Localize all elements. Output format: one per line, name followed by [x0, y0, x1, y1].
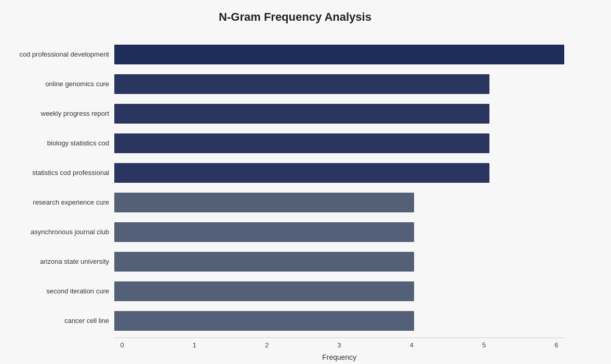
- bar-label: cancer cell line: [5, 317, 109, 325]
- bar-label: arizona state university: [5, 258, 109, 265]
- x-tick: 0: [114, 341, 130, 349]
- x-tick: 5: [476, 341, 492, 349]
- chart-area: cod professional developmentonline genom…: [114, 39, 564, 335]
- bar: [114, 104, 489, 124]
- bar-label: second iteration cure: [5, 287, 109, 295]
- bar: [114, 252, 414, 272]
- bar-label: online genomics cure: [5, 80, 109, 88]
- x-tick: 4: [404, 341, 419, 349]
- bar-row: arizona state university: [114, 247, 564, 276]
- chart-title: N-Gram Frequency Analysis: [10, 10, 580, 24]
- bar-label: biology statistics cod: [5, 139, 109, 147]
- bar-label: asynchronous journal club: [5, 228, 109, 236]
- bar: [114, 222, 414, 242]
- bar-row: biology statistics cod: [114, 128, 564, 158]
- bar: [114, 193, 414, 212]
- chart-container: N-Gram Frequency Analysis cod profession…: [0, 0, 611, 364]
- bar-label: cod professional development: [5, 50, 109, 58]
- x-tick: 3: [331, 341, 347, 349]
- bar-row: weekly progress report: [114, 99, 564, 128]
- bar: [114, 133, 489, 153]
- bar-row: second iteration cure: [114, 276, 564, 306]
- bar: [114, 74, 489, 94]
- bar-row: research experience cure: [114, 187, 564, 217]
- bar: [114, 311, 414, 331]
- bar: [114, 163, 489, 183]
- bar-row: online genomics cure: [114, 69, 564, 99]
- x-tick: 2: [259, 341, 275, 349]
- bar: [114, 45, 564, 64]
- x-tick: 1: [187, 341, 202, 349]
- bar-row: asynchronous journal club: [114, 217, 564, 247]
- bar: [114, 281, 414, 301]
- x-axis-label: Frequency: [114, 353, 564, 361]
- bar-label: research experience cure: [5, 198, 109, 206]
- bar-label: statistics cod professional: [5, 169, 109, 177]
- bar-label: weekly progress report: [5, 110, 109, 117]
- bar-row: statistics cod professional: [114, 158, 564, 187]
- bar-row: cancer cell line: [114, 306, 564, 335]
- x-tick: 6: [549, 341, 564, 349]
- bar-row: cod professional development: [114, 39, 564, 69]
- x-axis: 0123456: [114, 338, 564, 349]
